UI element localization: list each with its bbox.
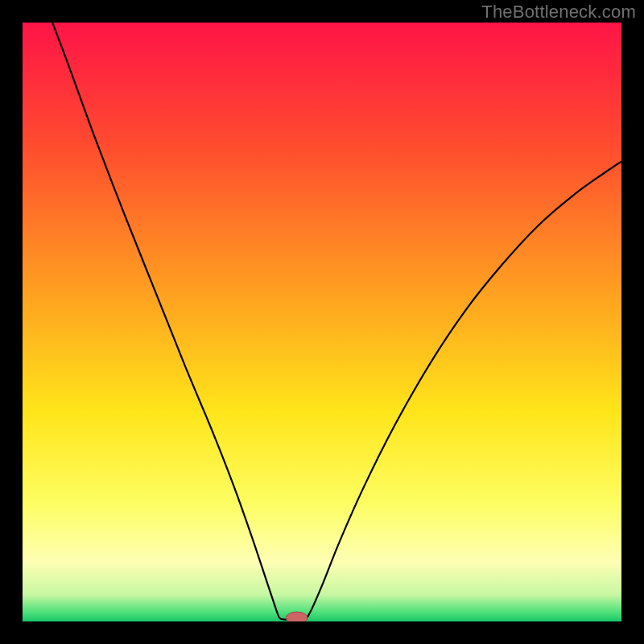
plot-area bbox=[23, 23, 621, 621]
gradient-background bbox=[23, 23, 621, 621]
chart-svg bbox=[23, 23, 621, 621]
watermark-text: TheBottleneck.com bbox=[481, 2, 636, 23]
optimal-point-marker bbox=[286, 612, 308, 621]
chart-frame: TheBottleneck.com bbox=[0, 0, 644, 644]
